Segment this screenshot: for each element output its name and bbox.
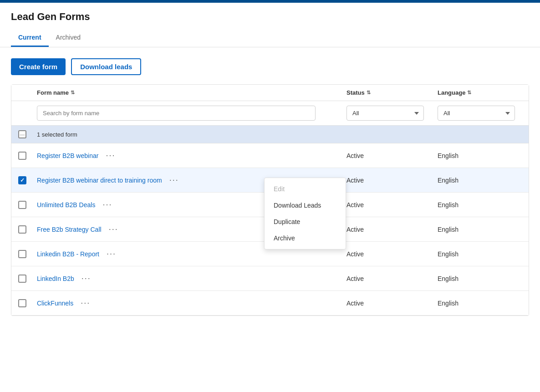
header-language: Language ⇅: [438, 89, 529, 96]
toolbar: Create form Download leads: [11, 58, 529, 75]
download-leads-button[interactable]: Download leads: [71, 58, 141, 75]
row-2-form-link[interactable]: Register B2B webinar direct to training …: [37, 177, 162, 184]
status-filter-col: All Active Inactive: [346, 106, 438, 121]
search-input[interactable]: [37, 106, 316, 121]
row-3-checkbox-col: [11, 201, 33, 209]
filter-row: All Active Inactive All English French: [11, 101, 529, 126]
row-3-form-link[interactable]: Unlimited B2B Deals: [37, 201, 95, 209]
table-row: ClickFunnels ··· Active English: [11, 291, 529, 316]
row-5-form-link[interactable]: Linkedin B2B - Report: [37, 250, 99, 258]
selected-count-label: 1 selected form: [33, 131, 529, 138]
row-2-more-button[interactable]: ···: [166, 173, 183, 187]
row-7-checkbox-col: [11, 299, 33, 307]
row-7-form-link[interactable]: ClickFunnels: [37, 300, 73, 307]
context-menu-edit: Edit: [265, 181, 346, 197]
context-menu-download-leads[interactable]: Download Leads: [265, 197, 346, 214]
context-menu: Edit Download Leads Duplicate Archive: [264, 178, 346, 249]
create-form-button[interactable]: Create form: [11, 58, 66, 75]
row-1-language: English: [438, 152, 529, 159]
row-6-checkbox[interactable]: [18, 275, 26, 283]
row-1-status: Active: [346, 152, 438, 159]
row-5-status: Active: [346, 250, 438, 258]
row-4-checkbox-col: [11, 225, 33, 234]
row-6-form-col: LinkedIn B2b ···: [33, 272, 346, 285]
status-filter-dropdown[interactable]: All Active Inactive: [346, 106, 424, 121]
select-all-checkbox[interactable]: [18, 130, 26, 138]
language-filter-dropdown[interactable]: All English French: [438, 106, 515, 121]
row-1-checkbox-col: [11, 152, 33, 160]
header-form-name: Form name ⇅: [33, 89, 346, 96]
row-2-checkbox-col: [11, 176, 33, 184]
row-2-language: English: [438, 177, 529, 184]
tab-current[interactable]: Current: [11, 29, 49, 47]
row-1-form-link[interactable]: Register B2B webinar: [37, 152, 98, 159]
row-3-more-button[interactable]: ···: [99, 198, 116, 211]
select-all-checkbox-col: [11, 130, 33, 138]
row-5-checkbox[interactable]: [18, 250, 26, 258]
row-5-language: English: [438, 250, 529, 258]
row-3-checkbox[interactable]: [18, 201, 26, 209]
row-1-more-button[interactable]: ···: [102, 149, 119, 162]
row-7-form-col: ClickFunnels ···: [33, 296, 346, 310]
content-area: Create form Download leads Form name ⇅ S…: [0, 47, 540, 327]
row-2-status: Active: [346, 177, 438, 184]
search-col: [33, 106, 346, 121]
row-2-checkbox[interactable]: [18, 176, 26, 184]
table-row: LinkedIn B2b ··· Active English: [11, 266, 529, 291]
row-6-more-button[interactable]: ···: [78, 272, 95, 285]
form-name-sort-icon[interactable]: ⇅: [71, 90, 75, 96]
row-6-form-link[interactable]: LinkedIn B2b: [37, 275, 74, 282]
row-6-checkbox-col: [11, 275, 33, 283]
table-header-row: Form name ⇅ Status ⇅ Language ⇅: [11, 85, 529, 101]
context-menu-archive[interactable]: Archive: [265, 230, 346, 246]
row-4-more-button[interactable]: ···: [105, 223, 122, 236]
row-4-checkbox[interactable]: [18, 225, 26, 234]
page-header: Lead Gen Forms Current Archived: [0, 3, 540, 47]
row-7-checkbox[interactable]: [18, 299, 26, 307]
row-1-checkbox[interactable]: [18, 152, 26, 160]
table-row: Register B2B webinar ··· Active English: [11, 143, 529, 168]
row-5-more-button[interactable]: ···: [103, 247, 120, 260]
header-status: Status ⇅: [346, 89, 438, 96]
row-7-language: English: [438, 300, 529, 307]
language-filter-col: All English French: [438, 106, 529, 121]
row-4-status: Active: [346, 226, 438, 233]
status-sort-icon[interactable]: ⇅: [367, 90, 371, 96]
page-title: Lead Gen Forms: [11, 11, 529, 23]
tab-archived[interactable]: Archived: [49, 29, 88, 47]
selected-count-row: 1 selected form: [11, 126, 529, 143]
row-3-language: English: [438, 201, 529, 209]
language-sort-icon[interactable]: ⇅: [467, 90, 471, 96]
row-3-status: Active: [346, 201, 438, 209]
row-7-status: Active: [346, 300, 438, 307]
row-6-language: English: [438, 275, 529, 282]
row-6-status: Active: [346, 275, 438, 282]
row-4-form-link[interactable]: Free B2b Strategy Call: [37, 226, 102, 233]
tabs-container: Current Archived: [11, 29, 529, 47]
row-4-language: English: [438, 226, 529, 233]
row-1-form-col: Register B2B webinar ···: [33, 149, 346, 162]
row-7-more-button[interactable]: ···: [77, 296, 94, 310]
row-5-checkbox-col: [11, 250, 33, 258]
context-menu-duplicate[interactable]: Duplicate: [265, 214, 346, 230]
